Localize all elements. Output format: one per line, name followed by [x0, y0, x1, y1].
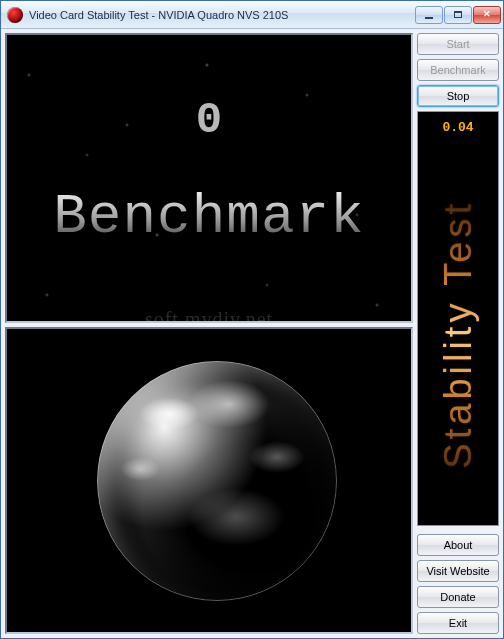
globe-viewport: [5, 327, 413, 634]
window-controls: ✕: [415, 6, 501, 24]
exit-button[interactable]: Exit: [417, 612, 499, 634]
client-area: 0 Benchmark soft.mydiv.net Start Benchma…: [1, 29, 503, 638]
bottom-button-group: About Visit Website Donate Exit: [417, 534, 499, 634]
watermark-text: soft.mydiv.net: [7, 308, 411, 323]
globe-graphic: [97, 361, 337, 601]
close-icon: ✕: [483, 10, 491, 19]
fps-readout: 0.04: [442, 120, 473, 135]
maximize-icon: [454, 11, 462, 18]
starfield-bg: [7, 35, 411, 321]
minimize-icon: [425, 17, 433, 19]
logo-text: Stability Test: [437, 200, 480, 469]
stability-test-logo: Stability Test: [418, 152, 498, 517]
minimize-button[interactable]: [415, 6, 443, 24]
maximize-button[interactable]: [444, 6, 472, 24]
about-button[interactable]: About: [417, 534, 499, 556]
left-column: 0 Benchmark soft.mydiv.net: [5, 33, 413, 634]
side-logo-panel: 0.04 Stability Test: [417, 111, 499, 526]
stop-button[interactable]: Stop: [417, 85, 499, 107]
benchmark-overlay-text: Benchmark: [7, 185, 411, 249]
visit-website-button[interactable]: Visit Website: [417, 560, 499, 582]
window-title: Video Card Stability Test - NVIDIA Quadr…: [29, 9, 415, 21]
app-icon: [7, 7, 23, 23]
titlebar[interactable]: Video Card Stability Test - NVIDIA Quadr…: [1, 1, 503, 29]
benchmark-button[interactable]: Benchmark: [417, 59, 499, 81]
benchmark-viewport: 0 Benchmark soft.mydiv.net: [5, 33, 413, 323]
close-button[interactable]: ✕: [473, 6, 501, 24]
app-window: Video Card Stability Test - NVIDIA Quadr…: [0, 0, 504, 639]
right-column: Start Benchmark Stop 0.04 Stability Test…: [417, 33, 499, 634]
start-button[interactable]: Start: [417, 33, 499, 55]
donate-button[interactable]: Donate: [417, 586, 499, 608]
frame-counter: 0: [7, 95, 411, 145]
